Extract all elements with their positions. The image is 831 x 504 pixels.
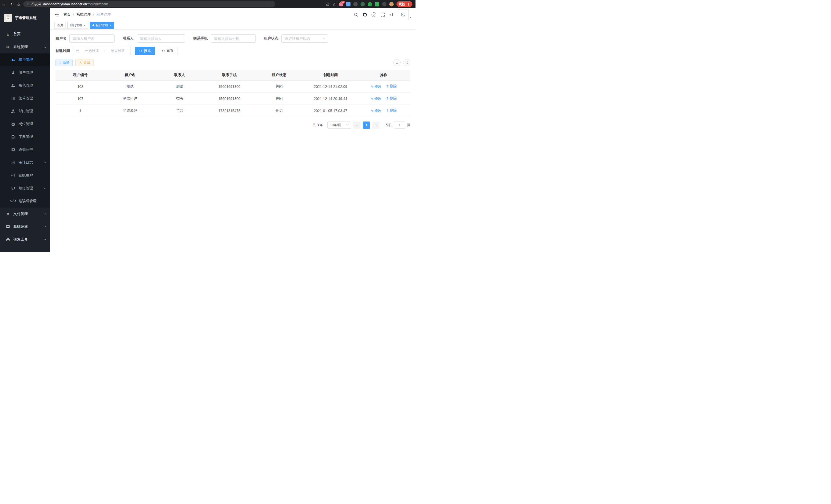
chrome-update-button[interactable]: 更新 ⋮ — [397, 1, 413, 7]
prev-page-button[interactable]: ‹ — [353, 121, 361, 129]
table-row: 107 测试租户 秃头 15601691300 关闭 2021-12-14 20… — [56, 92, 410, 105]
extensions-puzzle-icon[interactable] — [382, 2, 386, 6]
delete-button[interactable]: 删除 — [386, 96, 397, 101]
code-icon: </> — [11, 199, 16, 203]
tab-tenant[interactable]: 租户管理 × — [90, 22, 114, 29]
extension-icon[interactable] — [368, 2, 372, 6]
mobile-input[interactable] — [211, 34, 256, 42]
sidebar-item-home[interactable]: ⌂ 首页 — [0, 28, 50, 40]
fullscreen-icon[interactable] — [380, 12, 385, 17]
cell-id: 108 — [56, 80, 105, 92]
security-label: 不安全 — [31, 2, 41, 6]
sidebar-item-infra[interactable]: 基础设施 — [0, 220, 50, 233]
edit-button[interactable]: ✎修改 — [371, 96, 381, 101]
page-content: 租户名 联系人 联系手机 租户状态 请选择租户状态 — [50, 30, 416, 252]
help-icon[interactable]: ? — [372, 12, 376, 17]
extension-icon[interactable] — [361, 2, 365, 6]
extension-icon[interactable] — [353, 2, 358, 6]
sidebar-item-pay[interactable]: ¥ 支付管理 — [0, 208, 50, 220]
goto-label: 前往 — [385, 123, 392, 127]
profile-avatar-icon[interactable] — [389, 2, 394, 6]
chrome-menu-icon[interactable]: ⋮ — [407, 2, 410, 6]
user-icon — [11, 71, 16, 75]
browser-back-icon[interactable]: ← — [3, 2, 7, 6]
extension-icon[interactable] — [346, 2, 350, 6]
page-size-select[interactable]: 10条/页 — [327, 121, 351, 129]
status-select[interactable]: 请选择租户状态 — [281, 34, 328, 42]
export-button[interactable]: 导出 — [75, 59, 93, 66]
sidebar-item-system[interactable]: ⚙ 系统管理 — [0, 40, 50, 53]
github-icon[interactable] — [363, 12, 367, 17]
sidebar-item-label: 租户管理 — [19, 58, 33, 62]
box-icon — [6, 238, 10, 242]
close-icon[interactable]: × — [84, 24, 86, 27]
sidebar-fold-icon[interactable] — [55, 12, 60, 17]
goto-page: 前往 页 — [385, 121, 410, 129]
extension-icon[interactable] — [375, 2, 379, 6]
contact-input[interactable] — [137, 34, 185, 42]
trash-icon — [386, 85, 389, 88]
tab-label: 部门管理 — [70, 23, 82, 28]
page-number-button[interactable]: 1 — [363, 121, 370, 129]
sidebar-item-tenant[interactable]: 租户管理 — [0, 53, 50, 66]
sidebar-item-label: 在线用户 — [19, 173, 33, 178]
font-size-icon[interactable]: TT — [390, 12, 394, 17]
sidebar-item-dict[interactable]: 字典管理 — [0, 130, 50, 143]
tab-label: 租户管理 — [96, 23, 108, 28]
chevron-down-icon — [323, 36, 325, 39]
sidebar-item-menu[interactable]: 菜单管理 — [0, 92, 50, 105]
browser-reload-icon[interactable]: ↻ — [10, 2, 14, 6]
bookmark-star-icon[interactable]: ☆ — [333, 2, 336, 6]
cell-created: 2021-01-05 17:03:47 — [304, 105, 357, 117]
breadcrumb-item[interactable]: 首页 — [63, 12, 71, 17]
sidebar-item-error-code[interactable]: </> 错误码管理 — [0, 195, 50, 208]
next-page-button[interactable]: › — [372, 121, 379, 129]
close-icon[interactable]: × — [110, 24, 112, 27]
edit-button[interactable]: ✎修改 — [371, 84, 381, 89]
delete-label: 删除 — [390, 108, 397, 113]
goto-suffix: 页 — [407, 123, 410, 127]
pagination: 共 3 条 10条/页 ‹ 1 › 前往 页 — [56, 121, 410, 129]
delete-button[interactable]: 删除 — [386, 108, 397, 113]
toggle-search-button[interactable] — [393, 59, 401, 66]
add-button[interactable]: + 新增 — [56, 59, 73, 66]
sidebar-item-notice[interactable]: 通知公告 — [0, 143, 50, 156]
share-icon[interactable] — [326, 2, 330, 6]
sidebar-item-online-user[interactable]: 在线用户 — [0, 169, 50, 182]
edit-button[interactable]: ✎修改 — [371, 109, 381, 113]
sidebar-item-user[interactable]: 用户管理 — [0, 66, 50, 79]
user-avatar-menu[interactable]: ▾ — [398, 9, 411, 20]
browser-home-icon[interactable]: ⌂ — [18, 2, 20, 6]
table-row: 108 测试 测试 15601691300 关闭 2021-12-14 21:0… — [56, 80, 410, 92]
cell-contact: 测试 — [155, 80, 204, 92]
cell-actions: ✎修改 删除 — [357, 105, 410, 117]
sidebar-item-role[interactable]: 角色管理 — [0, 79, 50, 92]
tab-dept[interactable]: 部门管理 × — [67, 22, 88, 29]
search-icon[interactable] — [353, 12, 358, 17]
sidebar-item-dept[interactable]: 部门管理 — [0, 105, 50, 118]
breadcrumb-item[interactable]: 系统管理 — [76, 12, 91, 17]
toolbar-right — [393, 59, 410, 66]
goto-page-input[interactable] — [394, 121, 405, 129]
sidebar-item-label: 用户管理 — [19, 70, 33, 75]
address-bar[interactable]: ⚠ 不安全 dashboard.yudao.iocoder.cn/system/… — [23, 1, 275, 7]
signal-icon — [11, 173, 16, 178]
tenant-name-input[interactable] — [69, 34, 115, 42]
sidebar-item-devtools[interactable]: 研发工具 — [0, 233, 50, 246]
sidebar-item-sms[interactable]: 短信管理 — [0, 182, 50, 195]
date-range-picker[interactable]: 开始日期 - 结束日期 — [73, 47, 131, 55]
search-button[interactable]: 搜索 — [135, 47, 155, 55]
sidebar-item-audit-log[interactable]: 审计日志 — [0, 156, 50, 169]
sidebar-logo[interactable]: 芋道管理系统 — [0, 8, 50, 28]
url-path: /system/tenant — [87, 2, 108, 6]
tab-home[interactable]: 首页 — [55, 22, 66, 29]
col-header: 租户状态 — [254, 70, 304, 80]
reset-button[interactable]: ↻ 重置 — [158, 47, 178, 55]
delete-button[interactable]: 删除 — [386, 84, 397, 89]
navbar: 首页 / 系统管理 / 租户管理 ? TT ▾ — [50, 8, 416, 21]
filter-mobile: 联系手机 — [193, 34, 256, 42]
download-icon — [79, 61, 82, 64]
refresh-table-button[interactable] — [403, 59, 410, 66]
sidebar-item-post[interactable]: 岗位管理 — [0, 118, 50, 130]
extension-icon[interactable]: 10 — [339, 2, 343, 6]
